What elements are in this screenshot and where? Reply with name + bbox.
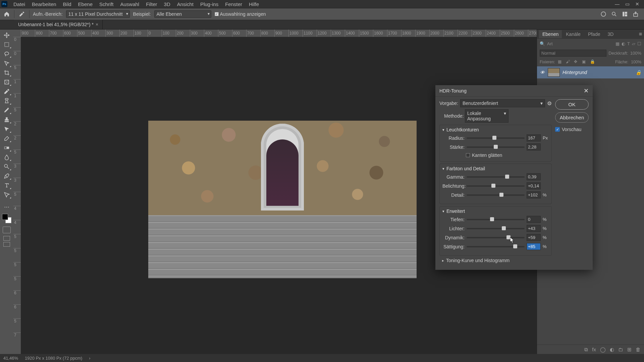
path-tool-icon[interactable]: [2, 190, 12, 199]
cloud-docs-icon[interactable]: [600, 11, 606, 17]
zoom-level[interactable]: 41,46%: [3, 356, 18, 361]
menu-filter[interactable]: Filter: [143, 1, 160, 7]
menu-hilfe[interactable]: Hilfe: [246, 1, 262, 7]
menu-schrift[interactable]: Schrift: [96, 1, 117, 7]
gamma-slider[interactable]: [467, 176, 525, 178]
menu-ebene[interactable]: Ebene: [75, 1, 96, 7]
pen-tool-icon[interactable]: [2, 172, 12, 180]
document-image[interactable]: [148, 121, 417, 278]
color-swatches[interactable]: [2, 214, 11, 223]
lock-position-icon[interactable]: ✥: [574, 59, 579, 65]
filter-adjust-icon[interactable]: ◐: [622, 41, 625, 46]
close-tab-icon[interactable]: ×: [96, 22, 98, 27]
detail-slider[interactable]: [467, 194, 525, 196]
sample-layer-select[interactable]: Alle Ebenen: [154, 10, 211, 18]
window-close-icon[interactable]: ✕: [634, 1, 641, 7]
type-tool-icon[interactable]: [2, 181, 12, 190]
window-minimize-icon[interactable]: —: [614, 1, 621, 7]
menu-plugins[interactable]: Plug-ins: [197, 1, 222, 7]
menu-auswahl[interactable]: Auswahl: [117, 1, 143, 7]
share-icon[interactable]: [633, 11, 639, 17]
preview-checkbox[interactable]: ✓Vorschau: [555, 127, 589, 132]
exposure-slider[interactable]: [467, 185, 525, 187]
advanced-header[interactable]: ▾Erweitert: [442, 208, 549, 214]
tone-detail-header[interactable]: ▾Farbton und Detail: [442, 166, 549, 171]
filter-smart-icon[interactable]: ☐: [637, 41, 641, 46]
dialog-close-icon[interactable]: ✕: [584, 87, 589, 95]
layer-visibility-icon[interactable]: 👁: [540, 70, 545, 75]
dialog-titlebar[interactable]: HDR-Tonung ✕: [435, 85, 593, 97]
tab-pfade[interactable]: Pfade: [585, 30, 604, 38]
document-tab[interactable]: Unbenannt-1 bei 41,5% (RGB/32*) * ×: [14, 20, 103, 29]
opacity-value[interactable]: 100%: [630, 51, 641, 56]
tab-3d[interactable]: 3D: [604, 30, 617, 38]
cancel-button[interactable]: Abbrechen: [555, 112, 589, 123]
vertical-ruler[interactable]: 0051152253354455556657: [13, 37, 21, 354]
smooth-edges-checkbox[interactable]: Kanten glätten: [466, 153, 549, 158]
crop-tool-icon[interactable]: [2, 68, 12, 77]
filter-type-icon[interactable]: T: [627, 41, 630, 46]
menu-fenster[interactable]: Fenster: [222, 1, 246, 7]
window-restore-icon[interactable]: ▭: [624, 1, 631, 7]
blur-tool-icon[interactable]: [2, 153, 12, 162]
exposure-input[interactable]: +0,14: [527, 182, 541, 189]
brush-tool-icon[interactable]: [2, 106, 12, 115]
layer-mask-icon[interactable]: ◯: [600, 347, 606, 353]
edge-glow-header[interactable]: ▾Leuchtkonturen: [442, 127, 549, 132]
selection-tool-icon[interactable]: [2, 59, 12, 68]
frame-tool-icon[interactable]: [2, 78, 12, 86]
gradient-tool-icon[interactable]: [2, 143, 12, 152]
panel-menu-icon[interactable]: ≡: [639, 31, 642, 37]
fill-value[interactable]: 100%: [631, 60, 641, 64]
link-layers-icon[interactable]: ⧉: [584, 347, 588, 353]
lasso-tool-icon[interactable]: [2, 50, 12, 58]
stamp-tool-icon[interactable]: [2, 115, 12, 124]
tab-ebenen[interactable]: Ebenen: [539, 30, 562, 38]
menu-3d[interactable]: 3D: [161, 1, 174, 7]
method-select[interactable]: Lokale Anpassung▾: [465, 109, 508, 123]
vibrance-slider[interactable]: [467, 237, 525, 238]
foreground-color-swatch[interactable]: [2, 214, 8, 220]
curve-histogram-header[interactable]: ▸Toning-Kurve und Histogramm: [439, 256, 552, 265]
layer-lock-icon[interactable]: 🔒: [636, 70, 641, 75]
detail-input[interactable]: +102: [527, 191, 541, 198]
layer-group-icon[interactable]: 🗀: [618, 347, 623, 352]
menu-bild[interactable]: Bild: [60, 1, 75, 7]
workspace-icon[interactable]: [622, 11, 628, 17]
lock-all-icon[interactable]: 🔒: [590, 59, 595, 65]
document-info[interactable]: 1920 Px x 1080 Px (72 ppcm): [25, 356, 82, 361]
strength-slider[interactable]: [467, 146, 525, 148]
shadow-input[interactable]: 0: [527, 216, 541, 223]
menu-datei[interactable]: Datei: [10, 1, 29, 7]
edit-toolbar-icon[interactable]: ⋯: [2, 202, 12, 211]
adjustment-layer-icon[interactable]: ◐: [610, 347, 614, 353]
layer-thumbnail[interactable]: [548, 68, 560, 77]
new-layer-icon[interactable]: ⊞: [627, 347, 632, 353]
marquee-tool-icon[interactable]: [2, 40, 12, 49]
tab-kanaele[interactable]: Kanäle: [562, 30, 584, 38]
strength-input[interactable]: 2,28: [527, 143, 541, 150]
saturation-slider[interactable]: [467, 246, 525, 247]
show-ring-checkbox[interactable]: ✓Auswahlring anzeigen: [215, 11, 266, 17]
screen-mode-icon[interactable]: [3, 242, 10, 247]
preset-select[interactable]: Benutzerdefiniert▾: [460, 99, 545, 107]
menu-ansicht[interactable]: Ansicht: [174, 1, 197, 7]
radius-input[interactable]: 167: [527, 134, 541, 141]
filter-shape-icon[interactable]: ▱: [632, 41, 635, 46]
ruler-origin[interactable]: [13, 29, 21, 37]
gamma-input[interactable]: 0,39: [527, 173, 541, 180]
vibrance-input[interactable]: +59: [527, 234, 541, 241]
ok-button[interactable]: OK: [555, 99, 589, 110]
lock-pixels-icon[interactable]: 🖌: [566, 59, 571, 65]
menu-bearbeiten[interactable]: Bearbeiten: [29, 1, 60, 7]
shadow-slider[interactable]: [467, 219, 525, 220]
filter-pixel-icon[interactable]: ▦: [615, 41, 620, 46]
home-icon[interactable]: [3, 10, 11, 18]
saturation-input[interactable]: +85: [527, 243, 541, 250]
dodge-tool-icon[interactable]: [2, 162, 12, 171]
delete-layer-icon[interactable]: 🗑: [636, 347, 641, 352]
history-brush-icon[interactable]: [2, 125, 12, 133]
eyedropper-tool-icon[interactable]: [18, 10, 26, 18]
status-arrow-icon[interactable]: ›: [89, 356, 90, 361]
quick-mask-icon[interactable]: [3, 227, 11, 233]
